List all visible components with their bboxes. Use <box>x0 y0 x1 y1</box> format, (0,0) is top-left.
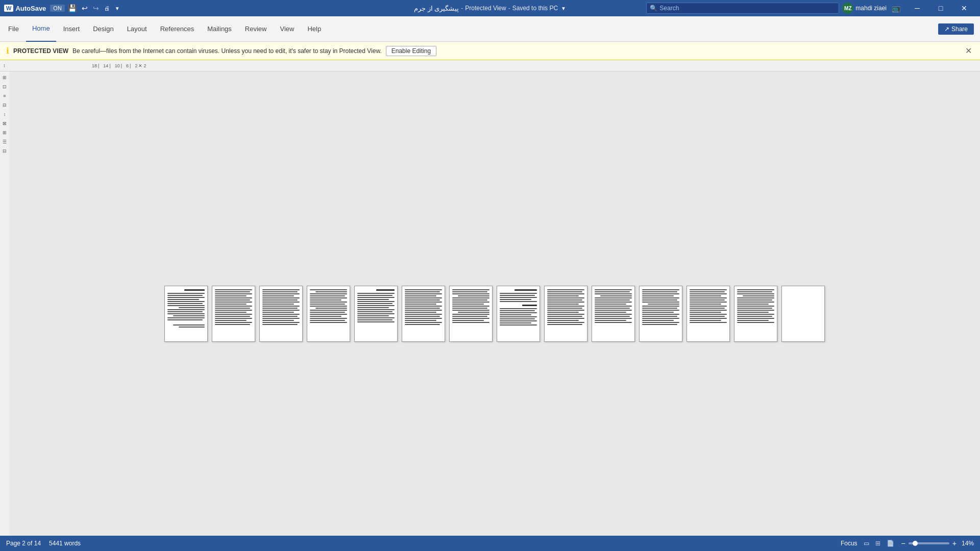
doc-page-6[interactable] <box>402 286 445 342</box>
doc-page-5[interactable] <box>354 286 398 342</box>
print-layout-view[interactable]: ▭ <box>862 539 871 548</box>
word-count: 5441 words <box>49 540 81 547</box>
user-section: MZ mahdi ziaei <box>842 3 887 14</box>
tab-help[interactable]: Help <box>301 16 327 42</box>
share-icon: ↗ <box>944 26 949 33</box>
doc-page-12[interactable] <box>687 286 730 342</box>
autosave-label: AutoSave <box>15 5 46 12</box>
doc-page-2[interactable] <box>212 286 255 342</box>
left-tool-7[interactable]: ⊞ <box>1 129 9 137</box>
title-bar: W AutoSave ON 💾 ↩ ↪ 🖨 ▼ پیشگیری از جرم -… <box>0 0 980 16</box>
close-button[interactable]: ✕ <box>952 0 976 16</box>
minimize-button[interactable]: ─ <box>905 0 929 16</box>
doc-page-14[interactable] <box>781 286 825 342</box>
app-logo: W AutoSave <box>4 5 46 12</box>
share-button[interactable]: ↗ Share <box>938 23 974 35</box>
undo-button[interactable]: ↩ <box>80 3 90 13</box>
doc-page-8[interactable] <box>497 286 540 342</box>
tab-insert-label: Insert <box>63 25 80 33</box>
status-bar-right: Focus ▭ ⊞ 📄 − + 14% <box>841 539 974 548</box>
doc-page-4[interactable] <box>307 286 350 342</box>
tab-file-label: File <box>8 25 19 33</box>
enable-editing-button[interactable]: Enable Editing <box>386 46 436 56</box>
doc-page-13[interactable] <box>734 286 777 342</box>
web-layout-view[interactable]: ⊞ <box>873 539 883 548</box>
left-tool-9[interactable]: ⊟ <box>1 147 9 155</box>
ruler-marks: 18 | 14 | 10 | 6 | 2 ✕ 2 <box>92 60 147 71</box>
ruler-marker: ↕ <box>3 63 6 68</box>
save-button[interactable]: 💾 <box>66 3 79 13</box>
tab-file[interactable]: File <box>2 16 25 42</box>
quick-access-toolbar: ON 💾 ↩ ↪ 🖨 ▼ <box>50 3 121 13</box>
doc-page-3[interactable] <box>259 286 303 342</box>
info-icon: ℹ <box>6 46 9 56</box>
left-tool-6[interactable]: ⊠ <box>1 119 9 128</box>
save-status: Saved to this PC <box>512 5 558 12</box>
left-tool-4[interactable]: ⊟ <box>1 101 9 109</box>
main-content <box>9 71 980 536</box>
user-name: mahdi ziaei <box>855 5 887 12</box>
zoom-controls: − + 14% <box>900 539 974 547</box>
tab-home-label: Home <box>32 24 50 32</box>
search-placeholder: Search <box>659 5 679 12</box>
zoom-slider-thumb <box>913 541 918 546</box>
zoom-in-button[interactable]: + <box>951 539 958 547</box>
left-tool-8[interactable]: ☰ <box>1 138 9 146</box>
tab-references[interactable]: References <box>154 16 200 42</box>
status-bar-left: Page 2 of 14 5441 words <box>6 540 81 547</box>
tab-design[interactable]: Design <box>87 16 119 42</box>
maximize-button[interactable]: □ <box>929 0 952 16</box>
word-logo: W <box>4 5 13 12</box>
user-avatar[interactable]: MZ <box>842 3 853 14</box>
left-tool-1[interactable]: ⊞ <box>1 73 9 82</box>
tab-layout[interactable]: Layout <box>121 16 153 42</box>
tab-design-label: Design <box>93 25 113 33</box>
pages-container <box>154 276 835 352</box>
print-button[interactable]: 🖨 <box>102 4 112 12</box>
doc-page-7[interactable] <box>449 286 493 342</box>
protected-view-banner: ℹ PROTECTED VIEW Be careful—files from t… <box>0 42 980 60</box>
tab-help-label: Help <box>307 25 321 33</box>
window-controls: ─ □ ✕ <box>905 0 976 16</box>
dropdown-arrow[interactable]: ▼ <box>561 6 566 11</box>
read-mode-view[interactable]: 📄 <box>885 539 896 548</box>
zoom-level: 14% <box>962 540 974 547</box>
tab-review-label: Review <box>245 25 267 33</box>
view-mode: Protected View <box>465 5 506 12</box>
tab-mailings-label: Mailings <box>207 25 232 33</box>
screen-share-icon[interactable]: 📺 <box>890 3 902 13</box>
separator: - <box>461 5 463 12</box>
zoom-slider[interactable] <box>909 542 949 544</box>
search-bar[interactable]: 🔍 Search <box>646 3 839 14</box>
doc-page-11[interactable] <box>639 286 682 342</box>
doc-page-1[interactable] <box>164 286 208 342</box>
customize-quick-access[interactable]: ▼ <box>113 5 122 12</box>
close-banner-button[interactable]: ✕ <box>963 46 974 56</box>
share-label: Share <box>951 26 968 33</box>
doc-page-10[interactable] <box>592 286 635 342</box>
doc-title: پیشگیری از جرم <box>414 5 459 12</box>
tab-review[interactable]: Review <box>239 16 273 42</box>
redo-button[interactable]: ↪ <box>91 3 101 13</box>
banner-message: Be careful—files from the Internet can c… <box>72 47 382 55</box>
tab-view[interactable]: View <box>274 16 300 42</box>
left-tool-3[interactable]: ≡ <box>1 92 9 100</box>
left-tool-5[interactable]: ↕ <box>1 110 9 118</box>
tab-insert[interactable]: Insert <box>57 16 86 42</box>
title-bar-left: W AutoSave ON 💾 ↩ ↪ 🖨 ▼ <box>4 3 122 13</box>
tab-mailings[interactable]: Mailings <box>201 16 238 42</box>
autosave-toggle[interactable]: ON <box>50 5 65 12</box>
separator2: - <box>508 5 510 12</box>
tab-layout-label: Layout <box>127 25 147 33</box>
title-center: پیشگیری از جرم - Protected View - Saved … <box>414 5 566 12</box>
doc-page-9[interactable] <box>544 286 587 342</box>
tab-home[interactable]: Home <box>26 16 56 42</box>
tab-references-label: References <box>160 25 194 33</box>
focus-button[interactable]: Focus <box>841 540 857 547</box>
left-toolbar: ⊞ ⊡ ≡ ⊟ ↕ ⊠ ⊞ ☰ ⊟ <box>0 71 9 155</box>
ribbon: File Home Insert Design Layout Reference… <box>0 16 980 42</box>
left-tool-2[interactable]: ⊡ <box>1 83 9 91</box>
tab-view-label: View <box>280 25 294 33</box>
zoom-out-button[interactable]: − <box>900 539 906 547</box>
page-info: Page 2 of 14 <box>6 540 41 547</box>
